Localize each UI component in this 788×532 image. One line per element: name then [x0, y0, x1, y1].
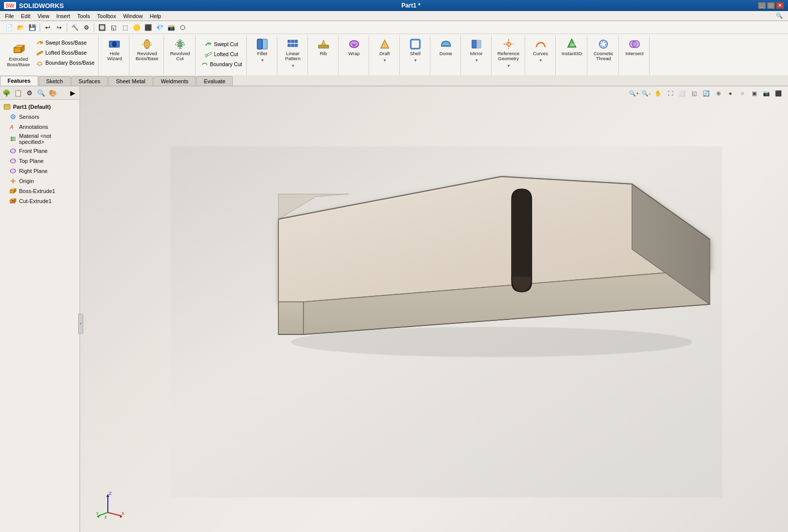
wrap-button[interactable]: W Wrap	[342, 37, 367, 58]
tree-root[interactable]: Part1 (Default)	[0, 102, 79, 112]
view-button1[interactable]: 🔲	[97, 23, 107, 33]
menu-edit[interactable]: Edit	[18, 12, 34, 20]
minimize-button[interactable]: _	[758, 2, 766, 9]
tree-item-material[interactable]: Material <not specified>	[0, 132, 79, 146]
menu-window[interactable]: Window	[120, 12, 145, 20]
tab-sketch[interactable]: Sketch	[39, 76, 71, 86]
curves-dropdown[interactable]: ▼	[539, 58, 543, 63]
draft-dropdown[interactable]: ▼	[383, 58, 387, 63]
section-button[interactable]: ⬡	[178, 23, 188, 33]
title-controls[interactable]: _ □ ✕	[758, 2, 784, 9]
appearance-button[interactable]: ⬛	[143, 23, 153, 33]
reference-geometry-dropdown[interactable]: ▼	[507, 64, 511, 68]
options-button[interactable]: ⚙	[81, 23, 91, 33]
reference-geometry-button[interactable]: ReferenceGeometry	[495, 37, 523, 63]
revolved-boss-base-button[interactable]: RevolvedBoss/Base	[132, 37, 161, 63]
tree-item-front-plane[interactable]: Front Plane	[0, 146, 79, 156]
view-orient-button[interactable]: ⬜	[677, 88, 688, 98]
close-button[interactable]: ✕	[776, 2, 784, 9]
curves-button[interactable]: Curves	[528, 37, 553, 58]
scene-button[interactable]: 💎	[154, 23, 165, 33]
tab-sheet-metal[interactable]: Sheet Metal	[108, 76, 153, 86]
config-manager-icon[interactable]: ⚙	[24, 87, 35, 98]
new-button[interactable]: 📄	[4, 23, 14, 33]
menu-tools[interactable]: Tools	[74, 12, 93, 20]
mirror-button[interactable]: Mirror	[464, 37, 489, 58]
apply-scene-button[interactable]: ○	[737, 88, 748, 98]
redo-button[interactable]: ↪	[54, 23, 64, 33]
toolbar-group-curves: Curves ▼	[526, 36, 556, 75]
extruded-boss-base-label: ExtrudedBoss/Base	[7, 57, 30, 67]
tab-weldments[interactable]: Weldments	[153, 76, 196, 86]
view-display-button[interactable]: ◱	[689, 88, 700, 98]
save-button[interactable]: 💾	[27, 23, 37, 33]
section-view-button[interactable]: 📷	[761, 88, 772, 98]
maximize-button[interactable]: □	[767, 2, 775, 9]
scene-button[interactable]: ●	[725, 88, 736, 98]
cosmetic-thread-button[interactable]: CosmeticThread	[590, 37, 616, 63]
display-button[interactable]: 📸	[166, 23, 176, 33]
collapse-expand-icon[interactable]: ▶	[67, 87, 78, 98]
draft-button[interactable]: Draft	[372, 37, 397, 58]
rib-button[interactable]: Rib	[311, 37, 336, 58]
dome-button[interactable]: Dome	[433, 37, 458, 58]
fillet-dropdown[interactable]: ▼	[260, 58, 264, 63]
view-grid-button[interactable]: ▣	[749, 88, 760, 98]
display-manager-icon[interactable]: 🎨	[47, 87, 58, 98]
part-3d-view	[171, 146, 722, 497]
intersect-button[interactable]: Intersect	[622, 37, 647, 58]
zoom-out-button[interactable]: 🔍-	[641, 88, 652, 98]
swept-boss-base-button[interactable]: Swept Boss/Base	[34, 38, 96, 47]
mirror-dropdown[interactable]: ▼	[475, 58, 479, 63]
linear-pattern-dropdown[interactable]: ▼	[291, 64, 295, 68]
tree-item-origin[interactable]: Origin	[0, 176, 79, 186]
extruded-boss-base-button[interactable]: ExtrudedBoss/Base	[4, 37, 33, 74]
render-button[interactable]: 🟡	[131, 23, 141, 33]
boundary-cut-button[interactable]: Boundary Cut	[199, 60, 244, 69]
menu-insert[interactable]: Insert	[53, 12, 73, 20]
menu-view[interactable]: View	[35, 12, 53, 20]
shell-dropdown[interactable]: ▼	[413, 58, 417, 63]
tab-evaluate[interactable]: Evaluate	[196, 76, 233, 86]
viewport[interactable]: 🔍+ 🔍- ✋ ⛶ ⬜ ◱ 🔄 ⊕ ● ○ ▣ 📷 ⬛	[80, 86, 788, 532]
quick-search[interactable]: 🔍	[773, 12, 786, 20]
tree-item-cut-extrude1[interactable]: Cut-Extrude1	[0, 196, 79, 206]
tree-item-right-plane[interactable]: Right Plane	[0, 166, 79, 176]
tab-surfaces[interactable]: Surfaces	[71, 76, 108, 86]
tab-features[interactable]: Features	[0, 76, 38, 86]
instant3d-button[interactable]: 3D Instant3D	[559, 37, 585, 58]
linear-pattern-button[interactable]: LinearPattern	[280, 37, 305, 63]
lofted-cut-button[interactable]: Lofted Cut	[202, 50, 240, 59]
property-manager-icon[interactable]: 📋	[13, 87, 24, 98]
feature-tree-icon[interactable]: 🌳	[1, 87, 12, 98]
zoom-in-button[interactable]: 🔍+	[628, 88, 640, 98]
dim-xpert-icon[interactable]: 🔍	[36, 87, 47, 98]
sidebar-collapse-handle[interactable]: ‹	[78, 314, 83, 334]
tree-item-top-plane[interactable]: Top Plane	[0, 156, 79, 166]
view-button2[interactable]: ◱	[108, 23, 118, 33]
menu-toolbox[interactable]: Toolbox	[94, 12, 119, 20]
tree-item-sensors[interactable]: Sensors	[0, 112, 79, 122]
undo-button[interactable]: ↩	[43, 23, 53, 33]
menu-help[interactable]: Help	[147, 12, 165, 20]
tree-item-annotations[interactable]: A Annotations	[0, 122, 79, 132]
pan-button[interactable]: ✋	[653, 88, 664, 98]
zoom-to-fit-button[interactable]: ⛶	[665, 88, 676, 98]
svg-rect-35	[477, 40, 481, 48]
reference-geometry-label: ReferenceGeometry	[498, 51, 520, 62]
3d-view-button[interactable]: ⬛	[773, 88, 784, 98]
rebuild-button[interactable]: 🔨	[70, 23, 80, 33]
view-button3[interactable]: ⬚	[120, 23, 130, 33]
menu-file[interactable]: File	[2, 12, 17, 20]
hole-wizard-button[interactable]: HoleWizard	[102, 37, 127, 63]
revolved-cut-button[interactable]: RevolvedCut	[167, 37, 193, 63]
fillet-button[interactable]: Fillet	[250, 37, 275, 58]
edit-appear-button[interactable]: ⊕	[713, 88, 724, 98]
hide-show-button[interactable]: 🔄	[701, 88, 712, 98]
shell-button[interactable]: Shell	[403, 37, 428, 58]
swept-cut-button[interactable]: Swept Cut	[202, 40, 240, 49]
boundary-boss-base-button[interactable]: Boundary Boss/Base	[34, 58, 96, 67]
open-button[interactable]: 📂	[16, 23, 26, 33]
lofted-boss-base-button[interactable]: Lofted Boss/Base	[34, 48, 96, 57]
tree-item-boss-extrude1[interactable]: Boss-Extrude1	[0, 186, 79, 196]
